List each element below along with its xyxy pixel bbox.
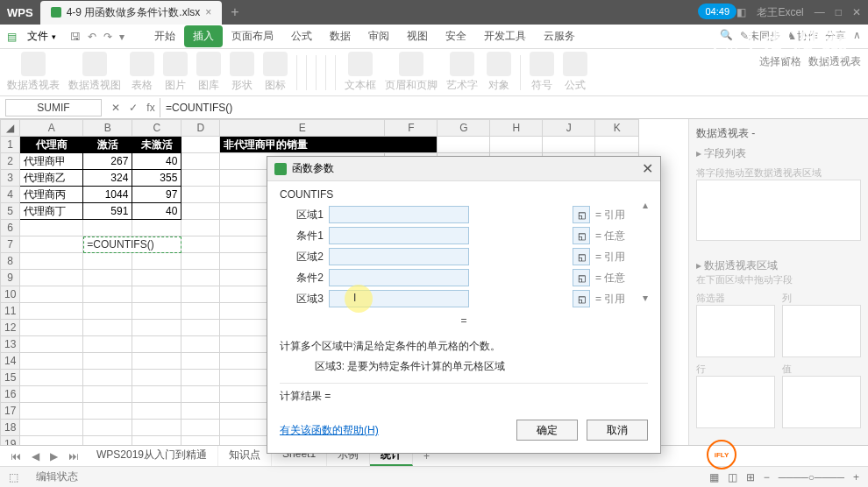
- dialog-scroll[interactable]: ▴▾: [643, 199, 655, 304]
- cell-B3[interactable]: 324: [83, 170, 132, 187]
- row-3[interactable]: 3: [1, 170, 20, 187]
- menu-collab[interactable]: ♞协作: [787, 29, 818, 44]
- cell-D3[interactable]: [181, 170, 220, 187]
- dialog-close[interactable]: ✕: [642, 160, 653, 177]
- row-11[interactable]: 11: [1, 303, 20, 320]
- cell-D8[interactable]: [181, 253, 220, 270]
- qat-more[interactable]: ▾: [119, 31, 125, 43]
- sheet-tab-WPS2019从入门到精通[interactable]: WPS2019从入门到精通: [86, 446, 218, 466]
- cell-B7[interactable]: =COUNTIFS(): [83, 236, 181, 253]
- cell-D2[interactable]: [181, 153, 220, 170]
- tool-页眉和页脚[interactable]: 页眉和页脚: [385, 52, 438, 93]
- cell-C18[interactable]: [132, 420, 181, 436]
- zoom-slider[interactable]: ────○────: [779, 471, 844, 483]
- view-normal[interactable]: ▦: [709, 471, 719, 483]
- cell-A1[interactable]: 代理商: [20, 137, 83, 153]
- cell-C17[interactable]: [132, 403, 181, 420]
- tab-close[interactable]: ×: [205, 6, 211, 18]
- cell-C6[interactable]: [132, 220, 181, 236]
- row-7[interactable]: 7: [1, 236, 20, 253]
- cell-C3[interactable]: 355: [132, 170, 181, 187]
- row-17[interactable]: 17: [1, 403, 20, 420]
- select-all[interactable]: ◢: [1, 120, 20, 137]
- cell-D10[interactable]: [181, 286, 220, 303]
- sp-col-box[interactable]: [782, 305, 861, 357]
- cell-A6[interactable]: [20, 220, 83, 236]
- cell-D14[interactable]: [181, 353, 220, 370]
- range-picker-icon[interactable]: ◱: [573, 290, 590, 307]
- col-J[interactable]: J: [543, 120, 595, 137]
- sp-row-box[interactable]: [696, 376, 775, 428]
- sheet-tab-知识点[interactable]: 知识点: [218, 446, 272, 466]
- cell-B18[interactable]: [83, 420, 132, 436]
- cell-A9[interactable]: [20, 270, 83, 286]
- tool-艺术字[interactable]: 艺术字: [446, 52, 478, 93]
- cell-B11[interactable]: [83, 303, 132, 320]
- cell-A15[interactable]: [20, 370, 83, 386]
- cell-C11[interactable]: [132, 303, 181, 320]
- view-layout[interactable]: ◫: [728, 471, 737, 483]
- cell-D12[interactable]: [181, 320, 220, 336]
- app-menu-icon[interactable]: ▤: [7, 31, 17, 43]
- cell-B4[interactable]: 1044: [83, 187, 132, 203]
- row-14[interactable]: 14: [1, 353, 20, 370]
- cell-C15[interactable]: [132, 370, 181, 386]
- cell-D1[interactable]: [181, 137, 220, 153]
- cell-D5[interactable]: [181, 203, 220, 220]
- cell-A16[interactable]: [20, 386, 83, 403]
- view-pagebreak[interactable]: ⊞: [746, 471, 755, 483]
- cell-D11[interactable]: [181, 303, 220, 320]
- dlg-input-0[interactable]: [329, 206, 469, 223]
- cell-C9[interactable]: [132, 270, 181, 286]
- cell-D19[interactable]: [181, 436, 220, 446]
- row-12[interactable]: 12: [1, 320, 20, 336]
- formula-input[interactable]: =COUNTIFS(): [160, 98, 868, 117]
- cell-K1[interactable]: [595, 137, 639, 153]
- menu-审阅[interactable]: 审阅: [359, 25, 398, 47]
- cell-A8[interactable]: [20, 253, 83, 270]
- menu-页面布局[interactable]: 页面布局: [223, 25, 282, 47]
- cell-A5[interactable]: 代理商丁: [20, 203, 83, 220]
- row-16[interactable]: 16: [1, 386, 20, 403]
- col-E[interactable]: E: [220, 120, 385, 137]
- sp-filter-box[interactable]: [696, 305, 775, 357]
- range-picker-icon[interactable]: ◱: [573, 227, 590, 244]
- window-max[interactable]: □: [836, 6, 842, 18]
- tab-add[interactable]: +: [231, 4, 238, 20]
- cell-D13[interactable]: [181, 336, 220, 353]
- cell-D15[interactable]: [181, 370, 220, 386]
- cell-E1[interactable]: 非代理商甲的销量: [220, 137, 438, 153]
- tool-图片[interactable]: 图片: [163, 52, 188, 93]
- tool-公式[interactable]: 公式: [563, 52, 587, 93]
- row-1[interactable]: 1: [1, 137, 20, 153]
- cell-B10[interactable]: [83, 286, 132, 303]
- sp-fieldbox[interactable]: [696, 180, 861, 241]
- tool-表格[interactable]: 表格: [130, 52, 154, 93]
- tab-prev[interactable]: ◀: [28, 450, 43, 462]
- cell-C13[interactable]: [132, 336, 181, 353]
- tool-对象[interactable]: 对象: [487, 52, 511, 93]
- cell-C10[interactable]: [132, 286, 181, 303]
- cell-A14[interactable]: [20, 353, 83, 370]
- fb-ok[interactable]: ✓: [125, 102, 142, 114]
- cell-D9[interactable]: [181, 270, 220, 286]
- user-name[interactable]: 老王Excel: [757, 5, 803, 20]
- menu-数据[interactable]: 数据: [321, 25, 359, 47]
- range-picker-icon[interactable]: ◱: [573, 248, 590, 265]
- dialog-cancel[interactable]: 取消: [587, 420, 648, 441]
- toolbar-r1[interactable]: 选择窗格: [759, 54, 801, 69]
- row-15[interactable]: 15: [1, 370, 20, 386]
- cell-D6[interactable]: [181, 220, 220, 236]
- row-10[interactable]: 10: [1, 286, 20, 303]
- cell-C12[interactable]: [132, 320, 181, 336]
- file-menu[interactable]: 文件▾: [20, 25, 63, 47]
- cell-C4[interactable]: 97: [132, 187, 181, 203]
- tool-符号[interactable]: 符号: [530, 52, 554, 93]
- col-C[interactable]: C: [132, 120, 181, 137]
- cell-A3[interactable]: 代理商乙: [20, 170, 83, 187]
- menu-插入[interactable]: 插入: [184, 25, 223, 47]
- col-F[interactable]: F: [385, 120, 438, 137]
- cell-C16[interactable]: [132, 386, 181, 403]
- cell-B16[interactable]: [83, 386, 132, 403]
- row-5[interactable]: 5: [1, 203, 20, 220]
